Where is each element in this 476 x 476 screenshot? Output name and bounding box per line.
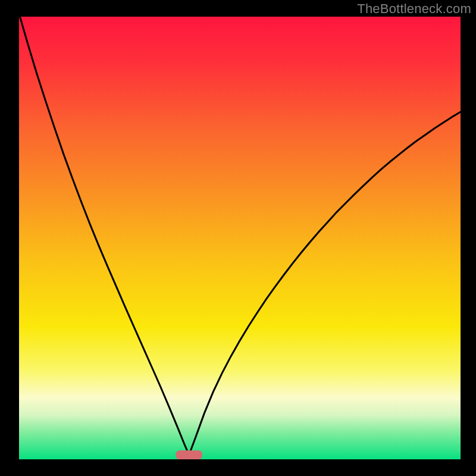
watermark-text: TheBottleneck.com [357,1,471,17]
cusp-marker [176,450,202,459]
gradient-background [19,17,461,459]
chart-svg [19,17,461,459]
outer-frame: TheBottleneck.com [0,0,476,476]
plot-area [19,17,461,459]
